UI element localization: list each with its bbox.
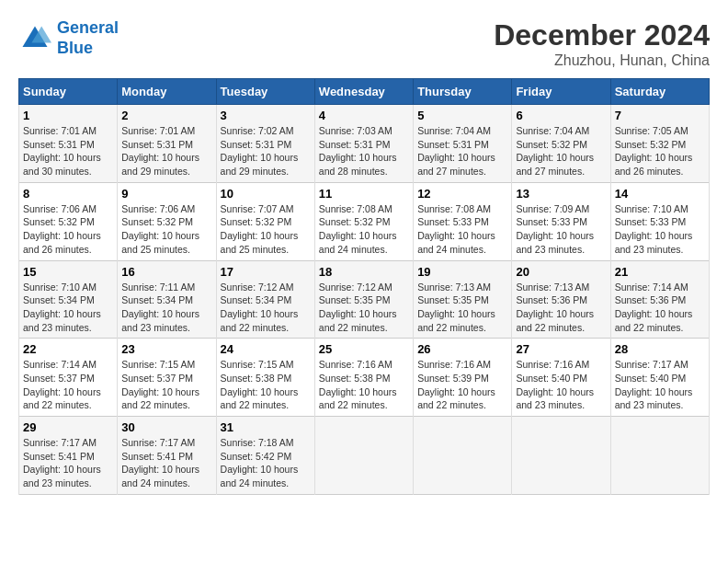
calendar-cell: 22 Sunrise: 7:14 AMSunset: 5:37 PMDaylig…	[19, 339, 118, 417]
logo-line2: Blue	[57, 39, 93, 57]
day-number: 14	[615, 187, 705, 201]
calendar-cell: 29 Sunrise: 7:17 AMSunset: 5:41 PMDaylig…	[19, 417, 118, 495]
calendar-table: SundayMondayTuesdayWednesdayThursdayFrid…	[18, 78, 710, 495]
calendar-cell: 16 Sunrise: 7:11 AMSunset: 5:34 PMDaylig…	[118, 260, 216, 339]
calendar-cell: 30 Sunrise: 7:17 AMSunset: 5:41 PMDaylig…	[118, 417, 216, 495]
day-number: 20	[516, 265, 606, 279]
day-info: Sunrise: 7:05 AMSunset: 5:32 PMDaylight:…	[615, 124, 705, 178]
day-number: 31	[221, 420, 311, 434]
calendar-cell: 27 Sunrise: 7:16 AMSunset: 5:40 PMDaylig…	[512, 339, 610, 417]
weekday-header-monday: Monday	[118, 79, 216, 105]
calendar-cell: 13 Sunrise: 7:09 AMSunset: 5:33 PMDaylig…	[512, 182, 610, 260]
weekday-header-tuesday: Tuesday	[216, 79, 314, 105]
calendar-body: 1 Sunrise: 7:01 AMSunset: 5:31 PMDayligh…	[19, 105, 710, 495]
day-number: 12	[417, 187, 507, 201]
day-info: Sunrise: 7:01 AMSunset: 5:31 PMDaylight:…	[121, 124, 211, 178]
calendar-cell: 26 Sunrise: 7:16 AMSunset: 5:39 PMDaylig…	[414, 339, 512, 417]
calendar-cell: 5 Sunrise: 7:04 AMSunset: 5:31 PMDayligh…	[414, 105, 512, 183]
day-info: Sunrise: 7:02 AMSunset: 5:31 PMDaylight:…	[221, 124, 311, 178]
day-info: Sunrise: 7:17 AMSunset: 5:41 PMDaylight:…	[23, 436, 113, 490]
calendar-cell: 19 Sunrise: 7:13 AMSunset: 5:35 PMDaylig…	[414, 260, 512, 339]
logo-text: General Blue	[57, 18, 119, 58]
day-number: 1	[23, 109, 113, 122]
day-number: 8	[23, 187, 113, 201]
day-info: Sunrise: 7:16 AMSunset: 5:40 PMDaylight:…	[516, 358, 606, 412]
calendar-cell: 25 Sunrise: 7:16 AMSunset: 5:38 PMDaylig…	[314, 339, 413, 417]
day-info: Sunrise: 7:06 AMSunset: 5:32 PMDaylight:…	[23, 202, 113, 257]
calendar-cell: 2 Sunrise: 7:01 AMSunset: 5:31 PMDayligh…	[118, 105, 216, 183]
day-number: 13	[516, 187, 606, 201]
day-number: 24	[221, 342, 311, 356]
day-number: 27	[516, 342, 606, 356]
day-number: 25	[319, 342, 409, 356]
day-number: 30	[121, 420, 211, 434]
day-info: Sunrise: 7:10 AMSunset: 5:33 PMDaylight:…	[615, 202, 705, 257]
calendar-cell	[314, 417, 413, 495]
calendar-cell: 7 Sunrise: 7:05 AMSunset: 5:32 PMDayligh…	[610, 105, 709, 183]
day-number: 28	[615, 342, 705, 356]
calendar-cell: 6 Sunrise: 7:04 AMSunset: 5:32 PMDayligh…	[512, 105, 610, 183]
calendar-cell: 3 Sunrise: 7:02 AMSunset: 5:31 PMDayligh…	[216, 105, 314, 183]
location: Zhuzhou, Hunan, China	[494, 52, 710, 69]
day-info: Sunrise: 7:08 AMSunset: 5:33 PMDaylight:…	[417, 202, 507, 257]
calendar-cell: 20 Sunrise: 7:13 AMSunset: 5:36 PMDaylig…	[512, 260, 610, 339]
logo: General Blue	[18, 18, 119, 58]
calendar-week-4: 22 Sunrise: 7:14 AMSunset: 5:37 PMDaylig…	[19, 339, 710, 417]
calendar-cell: 15 Sunrise: 7:10 AMSunset: 5:34 PMDaylig…	[19, 260, 118, 339]
day-info: Sunrise: 7:04 AMSunset: 5:32 PMDaylight:…	[516, 124, 606, 178]
calendar-week-3: 15 Sunrise: 7:10 AMSunset: 5:34 PMDaylig…	[19, 260, 710, 339]
day-number: 29	[23, 420, 113, 434]
day-info: Sunrise: 7:12 AMSunset: 5:34 PMDaylight:…	[221, 281, 311, 335]
day-number: 19	[417, 265, 507, 279]
logo-line1: General	[57, 18, 119, 37]
calendar-cell: 9 Sunrise: 7:06 AMSunset: 5:32 PMDayligh…	[118, 182, 216, 260]
calendar-cell: 31 Sunrise: 7:18 AMSunset: 5:42 PMDaylig…	[216, 417, 314, 495]
calendar-cell: 21 Sunrise: 7:14 AMSunset: 5:36 PMDaylig…	[610, 260, 709, 339]
calendar-cell: 11 Sunrise: 7:08 AMSunset: 5:32 PMDaylig…	[314, 182, 413, 260]
calendar-cell: 17 Sunrise: 7:12 AMSunset: 5:34 PMDaylig…	[216, 260, 314, 339]
calendar-cell: 10 Sunrise: 7:07 AMSunset: 5:32 PMDaylig…	[216, 182, 314, 260]
calendar-cell: 24 Sunrise: 7:15 AMSunset: 5:38 PMDaylig…	[216, 339, 314, 417]
weekday-header-row: SundayMondayTuesdayWednesdayThursdayFrid…	[19, 79, 710, 105]
calendar-cell	[610, 417, 709, 495]
day-number: 23	[121, 342, 211, 356]
calendar-cell: 23 Sunrise: 7:15 AMSunset: 5:37 PMDaylig…	[118, 339, 216, 417]
day-number: 21	[615, 265, 705, 279]
day-info: Sunrise: 7:06 AMSunset: 5:32 PMDaylight:…	[121, 202, 211, 257]
month-title: December 2024	[494, 18, 710, 52]
day-info: Sunrise: 7:03 AMSunset: 5:31 PMDaylight:…	[319, 124, 409, 178]
logo-icon	[18, 22, 51, 55]
day-number: 3	[221, 109, 311, 122]
calendar-cell: 1 Sunrise: 7:01 AMSunset: 5:31 PMDayligh…	[19, 105, 118, 183]
day-info: Sunrise: 7:12 AMSunset: 5:35 PMDaylight:…	[319, 281, 409, 335]
day-number: 16	[121, 265, 211, 279]
day-number: 9	[121, 187, 211, 201]
calendar-week-2: 8 Sunrise: 7:06 AMSunset: 5:32 PMDayligh…	[19, 182, 710, 260]
day-number: 6	[516, 109, 606, 122]
day-info: Sunrise: 7:15 AMSunset: 5:37 PMDaylight:…	[121, 358, 211, 412]
day-info: Sunrise: 7:01 AMSunset: 5:31 PMDaylight:…	[23, 124, 113, 178]
day-info: Sunrise: 7:13 AMSunset: 5:36 PMDaylight:…	[516, 281, 606, 335]
day-info: Sunrise: 7:13 AMSunset: 5:35 PMDaylight:…	[417, 281, 507, 335]
day-info: Sunrise: 7:14 AMSunset: 5:37 PMDaylight:…	[23, 358, 113, 412]
day-info: Sunrise: 7:14 AMSunset: 5:36 PMDaylight:…	[615, 281, 705, 335]
calendar-cell: 14 Sunrise: 7:10 AMSunset: 5:33 PMDaylig…	[610, 182, 709, 260]
calendar-cell: 4 Sunrise: 7:03 AMSunset: 5:31 PMDayligh…	[314, 105, 413, 183]
day-number: 17	[221, 265, 311, 279]
day-info: Sunrise: 7:11 AMSunset: 5:34 PMDaylight:…	[121, 281, 211, 335]
calendar-cell: 28 Sunrise: 7:17 AMSunset: 5:40 PMDaylig…	[610, 339, 709, 417]
title-block: December 2024 Zhuzhou, Hunan, China	[494, 18, 710, 69]
day-number: 18	[319, 265, 409, 279]
weekday-header-saturday: Saturday	[610, 79, 709, 105]
weekday-header-sunday: Sunday	[19, 79, 118, 105]
calendar-week-1: 1 Sunrise: 7:01 AMSunset: 5:31 PMDayligh…	[19, 105, 710, 183]
day-info: Sunrise: 7:17 AMSunset: 5:41 PMDaylight:…	[121, 436, 211, 490]
day-info: Sunrise: 7:10 AMSunset: 5:34 PMDaylight:…	[23, 281, 113, 335]
calendar-week-5: 29 Sunrise: 7:17 AMSunset: 5:41 PMDaylig…	[19, 417, 710, 495]
day-number: 10	[221, 187, 311, 201]
day-info: Sunrise: 7:07 AMSunset: 5:32 PMDaylight:…	[221, 202, 311, 257]
day-info: Sunrise: 7:15 AMSunset: 5:38 PMDaylight:…	[221, 358, 311, 412]
day-number: 15	[23, 265, 113, 279]
calendar-cell	[414, 417, 512, 495]
calendar-cell: 8 Sunrise: 7:06 AMSunset: 5:32 PMDayligh…	[19, 182, 118, 260]
